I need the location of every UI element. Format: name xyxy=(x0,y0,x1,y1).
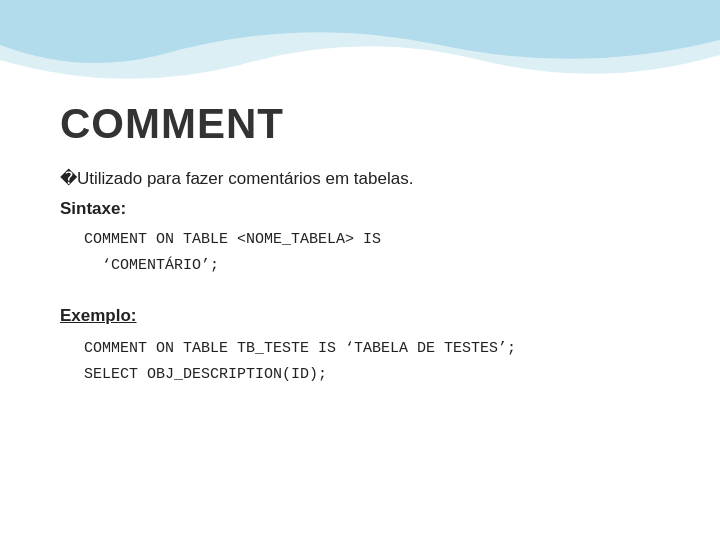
page-title: COMMENT xyxy=(60,100,660,148)
main-content: COMMENT �Utilizado para fazer comentário… xyxy=(0,0,720,431)
sintaxe-label: Sintaxe: xyxy=(60,196,660,222)
exemplo-label: Exemplo: xyxy=(60,306,660,326)
bullet-text: �Utilizado para fazer comentários em tab… xyxy=(60,169,413,188)
sintaxe-code: COMMENT ON TABLE <NOME_TABELA> IS ‘COMEN… xyxy=(84,227,660,278)
sintaxe-label-text: Sintaxe: xyxy=(60,199,126,218)
intro-bullet: �Utilizado para fazer comentários em tab… xyxy=(60,166,660,192)
exemplo-code: COMMENT ON TABLE TB_TESTE IS ‘TABELA DE … xyxy=(84,336,660,387)
